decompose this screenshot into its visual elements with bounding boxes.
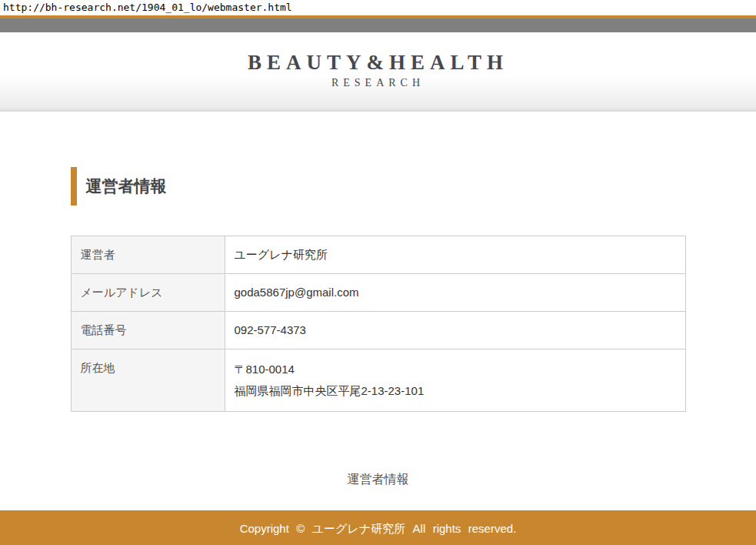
row-value-phone: 092-577-4373 xyxy=(225,312,685,349)
logo-subtitle: RESEARCH xyxy=(248,77,508,89)
copyright-bar: Copyright © ユーグレナ研究所 All rights reserved… xyxy=(0,510,756,545)
page-title: 運営者情報 xyxy=(71,167,686,206)
table-row-phone: 電話番号 092-577-4373 xyxy=(71,312,685,349)
row-value-address: 〒810-0014 福岡県福岡市中央区平尾2-13-23-101 xyxy=(225,349,685,412)
row-value-email: goda5867jp@gmail.com xyxy=(225,274,685,312)
logo-title: BEAUTY&HEALTH xyxy=(248,51,508,74)
footer-link-operator-info[interactable]: 運営者情報 xyxy=(348,473,409,486)
row-label-address: 所在地 xyxy=(71,349,225,412)
site-logo[interactable]: BEAUTY&HEALTH RESEARCH xyxy=(248,32,508,89)
operator-info-table: 運営者 ユーグレナ研究所 メールアドレス goda5867jp@gmail.co… xyxy=(71,236,686,412)
table-row-email: メールアドレス goda5867jp@gmail.com xyxy=(71,274,685,312)
main-content: 運営者情報 運営者 ユーグレナ研究所 メールアドレス goda5867jp@gm… xyxy=(71,167,686,412)
site-header: BEAUTY&HEALTH RESEARCH xyxy=(0,32,756,112)
row-label-email: メールアドレス xyxy=(71,274,225,312)
row-label-operator: 運営者 xyxy=(71,236,225,274)
table-row-address: 所在地 〒810-0014 福岡県福岡市中央区平尾2-13-23-101 xyxy=(71,349,685,412)
gray-divider-bar xyxy=(0,18,756,32)
footer-nav: 運営者情報 xyxy=(0,472,756,488)
copyright-text: Copyright © ユーグレナ研究所 All rights reserved… xyxy=(240,522,517,535)
row-label-phone: 電話番号 xyxy=(71,312,225,349)
address-postal-code: 〒810-0014 xyxy=(235,359,676,380)
row-value-operator: ユーグレナ研究所 xyxy=(225,236,685,274)
table-row-operator: 運営者 ユーグレナ研究所 xyxy=(71,236,685,274)
url-text: http://bh-research.net/1904_01_lo/webmas… xyxy=(0,0,756,15)
address-street: 福岡県福岡市中央区平尾2-13-23-101 xyxy=(235,380,676,402)
